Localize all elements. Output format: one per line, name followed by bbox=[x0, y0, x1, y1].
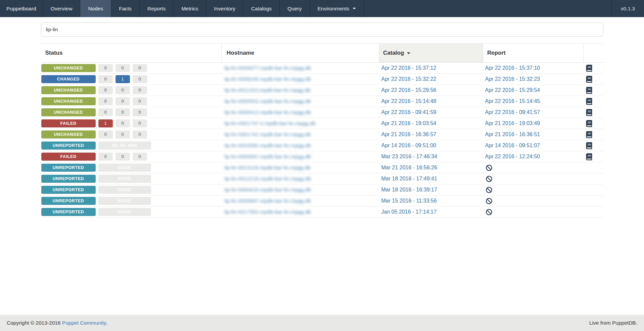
hostname-link[interactable]: lip-lin-0024392.mpdb-bar-lin.mpgg.db bbox=[225, 143, 311, 148]
book-icon[interactable] bbox=[586, 109, 603, 116]
status-badge: CHANGED bbox=[41, 75, 96, 83]
brand-link[interactable]: Puppetboard bbox=[0, 0, 43, 17]
report-timestamp-link[interactable]: Apr 22 2016 - 15:29:54 bbox=[485, 87, 540, 93]
puppet-community-link[interactable]: Puppet Community bbox=[62, 320, 106, 326]
hostname-link[interactable]: lip-lin-0013116.mpdb-bar-lin.mpgg.db bbox=[225, 165, 311, 170]
hostname-link[interactable]: lip-lin-0011315.mpdb-bar-lin.mpgg.db bbox=[225, 87, 311, 93]
hostname-cell: lip-lin-0013116.mpdb-bar-lin.mpgg.db bbox=[222, 162, 379, 173]
report-timestamp-link[interactable]: Apr 21 2016 - 19:03:49 bbox=[485, 120, 540, 126]
unreported-duration-box: NONE bbox=[98, 186, 151, 194]
catalog-cell: Jan 05 2016 - 17:14:17 bbox=[379, 207, 483, 218]
hostname-link[interactable]: lip-lin-0000097.mpdb-bar-lin.mpgg.db bbox=[225, 154, 311, 159]
report-cell: Apr 22 2016 - 15:29:54 bbox=[483, 85, 584, 96]
nav-item-label: Inventory bbox=[214, 0, 235, 17]
book-icon[interactable] bbox=[586, 65, 603, 72]
hostname-link[interactable]: lip-lin-0017352.mpdb-bar-lin.mpgg.db bbox=[225, 209, 311, 215]
report-cell bbox=[483, 184, 584, 196]
report-timestamp-link[interactable]: Apr 22 2016 - 15:32:23 bbox=[485, 76, 540, 82]
table-row: UNREPORTEDNONElip-lin-0012216.mpdb-bar-l… bbox=[41, 173, 603, 184]
report-cell: Apr 22 2016 - 12:24:50 bbox=[483, 151, 584, 162]
hostname-cell: lip-lin-0000412.mpdb-bar-lin.mpgg.db bbox=[222, 107, 379, 118]
copyright-suffix: . bbox=[106, 320, 107, 326]
status-badge: UNREPORTED bbox=[41, 164, 96, 172]
status-cell: FAILED100 bbox=[41, 118, 222, 129]
report-action-cell bbox=[584, 74, 603, 85]
nav-item-nodes[interactable]: Nodes bbox=[80, 0, 111, 17]
count-box: 0 bbox=[133, 75, 147, 83]
report-timestamp-link[interactable]: Apr 22 2016 - 15:37:10 bbox=[485, 65, 540, 71]
hostname-link[interactable]: lip-lin-0001741.mpdb-bar-lin.mpgg.db bbox=[225, 131, 311, 137]
nav-item-inventory[interactable]: Inventory bbox=[206, 0, 243, 17]
count-box: 0 bbox=[116, 86, 130, 94]
report-timestamp-link[interactable]: Apr 14 2016 - 09:51:07 bbox=[485, 143, 540, 148]
report-timestamp-link[interactable]: Apr 22 2016 - 12:24:50 bbox=[485, 154, 540, 159]
status-badge: UNREPORTED bbox=[41, 142, 96, 150]
catalog-cell: Mar 18 2016 - 16:39:17 bbox=[379, 184, 483, 196]
nav-item-label: Nodes bbox=[88, 0, 103, 17]
catalog-timestamp-link[interactable]: Apr 14 2016 - 09:51:00 bbox=[381, 143, 436, 148]
report-timestamp-link[interactable]: Apr 22 2016 - 15:14:45 bbox=[485, 98, 540, 104]
book-icon[interactable] bbox=[586, 142, 603, 149]
catalog-timestamp-link[interactable]: Mar 15 2016 - 11:33:56 bbox=[381, 198, 437, 204]
catalog-timestamp-link[interactable]: Mar 21 2016 - 16:56:26 bbox=[381, 165, 437, 170]
hostname-cell: lip-lin-0017352.mpdb-bar-lin.mpgg.db bbox=[222, 207, 379, 218]
catalog-timestamp-link[interactable]: Jan 05 2016 - 17:14:17 bbox=[381, 209, 437, 215]
count-box: 0 bbox=[116, 153, 130, 161]
book-icon[interactable] bbox=[586, 153, 603, 160]
column-header-status[interactable]: Status bbox=[41, 44, 222, 63]
catalog-timestamp-link[interactable]: Apr 21 2016 - 16:36:57 bbox=[381, 131, 436, 137]
status-cell: UNREPORTED8D 5H 49M bbox=[41, 140, 222, 151]
nav-item-overview[interactable]: Overview bbox=[43, 0, 81, 17]
count-box: 0 bbox=[133, 97, 147, 105]
status-badge: UNCHANGED bbox=[41, 130, 96, 139]
nav-item-facts[interactable]: Facts bbox=[111, 0, 140, 17]
book-icon[interactable] bbox=[586, 76, 603, 83]
column-header-report[interactable]: Report bbox=[483, 44, 584, 63]
catalog-timestamp-link[interactable]: Apr 22 2016 - 09:41:59 bbox=[381, 109, 436, 115]
report-timestamp-link[interactable]: Apr 21 2016 - 16:36:51 bbox=[485, 131, 540, 137]
catalog-timestamp-link[interactable]: Mar 23 2016 - 17:46:34 bbox=[381, 154, 437, 159]
hostname-link[interactable]: lip-lin-0006245.mpdb-bar-lin.mpgg.db bbox=[225, 76, 311, 82]
count-box: 1 bbox=[98, 119, 113, 127]
report-action-cell bbox=[584, 173, 603, 184]
book-icon[interactable] bbox=[586, 120, 603, 127]
nav-item-environments[interactable]: Environments bbox=[310, 0, 364, 17]
ban-icon bbox=[485, 165, 584, 171]
report-cell: Apr 22 2016 - 15:14:45 bbox=[483, 96, 584, 107]
nav-item-label: Reports bbox=[147, 0, 166, 17]
column-header-catalog[interactable]: Catalog bbox=[379, 44, 483, 63]
nav-item-reports[interactable]: Reports bbox=[140, 0, 174, 17]
hostname-link[interactable]: lip-lin-0001747-2.mpdb-bar-lin.mpgg.db bbox=[225, 120, 316, 126]
hostname-link[interactable]: lip-lin-0006687.mpdb-bar-lin.mpgg.db bbox=[225, 198, 311, 204]
report-action-cell bbox=[584, 85, 603, 96]
column-header-hostname[interactable]: Hostname bbox=[222, 44, 379, 63]
status-badge: UNREPORTED bbox=[41, 208, 96, 216]
catalog-timestamp-link[interactable]: Apr 22 2016 - 15:14:48 bbox=[381, 98, 436, 104]
hostname-link[interactable]: lip-lin-0000502.mpdb-bar-lin.mpgg.db bbox=[225, 98, 311, 104]
column-header-actions bbox=[584, 44, 603, 63]
hostname-link[interactable]: lip-lin-0012216.mpdb-bar-lin.mpgg.db bbox=[225, 176, 311, 181]
nav-item-query[interactable]: Query bbox=[280, 0, 310, 17]
table-row: UNCHANGED000lip-lin-0000412.mpdb-bar-lin… bbox=[41, 107, 603, 118]
catalog-timestamp-link[interactable]: Apr 21 2016 - 19:03:54 bbox=[381, 120, 436, 126]
nav-item-catalogs[interactable]: Catalogs bbox=[243, 0, 280, 17]
book-icon[interactable] bbox=[586, 87, 603, 94]
catalog-timestamp-link[interactable]: Apr 22 2016 - 15:37:12 bbox=[381, 65, 436, 71]
hostname-link[interactable]: lip-lin-0000416.mpdb-bar-lin.mpgg.db bbox=[225, 187, 311, 192]
hostname-link[interactable]: lip-lin-0000412.mpdb-bar-lin.mpgg.db bbox=[225, 109, 311, 115]
unreported-duration-box: NONE bbox=[98, 164, 151, 172]
book-icon[interactable] bbox=[586, 98, 603, 105]
count-box: 0 bbox=[116, 108, 130, 116]
nav-item-metrics[interactable]: Metrics bbox=[174, 0, 206, 17]
nav-item-label: Environments bbox=[318, 0, 350, 17]
report-timestamp-link[interactable]: Apr 22 2016 - 09:41:57 bbox=[485, 109, 540, 115]
book-icon[interactable] bbox=[586, 131, 603, 138]
node-search-input[interactable] bbox=[41, 22, 603, 37]
catalog-timestamp-link[interactable]: Mar 18 2016 - 17:49:41 bbox=[381, 176, 437, 181]
report-action-cell bbox=[584, 151, 603, 162]
catalog-cell: Mar 15 2016 - 11:33:56 bbox=[379, 196, 483, 207]
catalog-timestamp-link[interactable]: Mar 18 2016 - 16:39:17 bbox=[381, 187, 437, 192]
hostname-link[interactable]: lip-lin-0000077.mpdb-bar-lin.mpgg.db bbox=[225, 65, 311, 71]
catalog-timestamp-link[interactable]: Apr 22 2016 - 15:32:22 bbox=[381, 76, 436, 82]
catalog-timestamp-link[interactable]: Apr 22 2016 - 15:29:56 bbox=[381, 87, 436, 93]
